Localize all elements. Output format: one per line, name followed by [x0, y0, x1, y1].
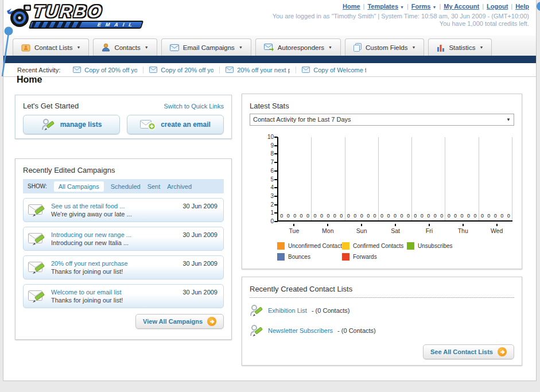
legend-swatch [342, 242, 349, 250]
chevron-down-icon: ▼ [411, 45, 415, 49]
recent-activity-item[interactable]: 20% off your next p [226, 67, 296, 73]
contact-list-item: Newsletter Subscribers - (0 Contacts) [250, 323, 514, 338]
data-value-label: 0 [300, 213, 303, 219]
chart-group: 00000 [312, 137, 345, 220]
stats-period-dropdown[interactable]: Contact Activity for the Last 7 Days ▼ [250, 114, 514, 126]
page-title: Home [17, 75, 42, 85]
recent-campaigns-panel: Recently Edited Campaigns SHOW: All Camp… [15, 158, 232, 340]
campaign-filter-bar: SHOW: All Campaigns Scheduled Sent Archi… [23, 179, 224, 193]
data-value-label: 0 [394, 213, 397, 219]
x-axis-label: Tue [277, 224, 311, 234]
y-axis-tick [274, 153, 278, 154]
x-axis-label: Fri [412, 224, 446, 234]
y-axis-tick [274, 221, 278, 222]
data-value-label: 0 [347, 213, 350, 219]
header-link-my-account[interactable]: My Account [444, 3, 479, 10]
campaign-date: 30 Jun 2009 [182, 260, 217, 267]
data-value-label: 0 [448, 213, 450, 219]
envelope-pencil-icon [28, 232, 46, 246]
see-all-contact-lists-button[interactable]: See All Contact Lists [423, 344, 514, 359]
campaign-row[interactable]: Introducing our new range ... Introducin… [23, 227, 224, 251]
recent-activity-item[interactable]: Copy of 20% off yo [73, 67, 143, 73]
campaign-row[interactable]: Welcome to our email list Thanks for joi… [23, 284, 224, 308]
data-value-label: 0 [421, 213, 424, 219]
data-value-label: 0 [467, 213, 470, 219]
campaign-subtitle: Thanks for joining our list! [51, 268, 128, 275]
chevron-down-icon: ▼ [328, 45, 332, 49]
credits-status-text: You have 1,000 total credits left. [440, 20, 529, 27]
contact-list-count: - (0 Contacts) [337, 327, 376, 334]
campaign-title[interactable]: See us at the retail food ... [51, 203, 132, 209]
envelope-icon [170, 44, 179, 51]
view-all-campaigns-button[interactable]: View All Campaigns [135, 314, 224, 329]
arrow-right-icon [207, 317, 216, 326]
y-axis-tick [274, 196, 278, 197]
legend-label: Bounces [288, 254, 310, 260]
y-axis-label: 10 [261, 134, 274, 140]
campaign-title[interactable]: Welcome to our email list [51, 289, 123, 296]
y-axis-label: 1 [261, 209, 274, 216]
manage-lists-button[interactable]: manage lists [23, 115, 120, 134]
switch-quick-links-link[interactable]: Switch to Quick Links [164, 103, 224, 110]
turbo-email-logo: TURBO EMAIL [6, 3, 142, 29]
header-link-home[interactable]: Home [343, 3, 360, 10]
filter-archived[interactable]: Archived [167, 183, 192, 190]
recent-campaigns-title: Recently Edited Campaigns [23, 166, 224, 174]
tab-custom-fields[interactable]: Custom Fields▼ [345, 38, 424, 56]
x-axis-label: Wed [480, 224, 514, 234]
data-value-label: 0 [314, 213, 317, 219]
header-link-help[interactable]: Help [515, 3, 529, 10]
tab-statistics[interactable]: Statistics▼ [428, 38, 492, 56]
person-pencil-icon [41, 118, 55, 131]
data-value-label: 0 [507, 213, 510, 219]
data-value-label: 0 [414, 213, 417, 219]
filter-all-campaigns[interactable]: All Campaigns [54, 181, 104, 192]
create-email-button[interactable]: create an email [127, 115, 224, 134]
campaign-subtitle: We're giving away our late ... [51, 211, 132, 218]
y-axis-label: 2 [261, 201, 274, 208]
campaign-row[interactable]: See us at the retail food ... We're givi… [23, 198, 224, 222]
x-axis-label: Mon [311, 224, 345, 234]
campaign-title[interactable]: 20% off your next purchase [51, 260, 128, 267]
chart-plot: 00000000000000000000000000000000000 [277, 137, 512, 222]
main-content-area: TURBO EMAIL Home|Templates▼|Forms▼|My Ac… [3, 0, 537, 381]
data-value-label: 0 [380, 213, 383, 219]
y-axis-tick [274, 204, 278, 205]
recent-activity-item[interactable]: Copy of Welcome to [302, 67, 372, 73]
header-links: Home|Templates▼|Forms▼|My Account|Logout… [343, 3, 529, 10]
contact-list-link[interactable]: Exhibition List [268, 307, 307, 314]
decorative-pin [0, 25, 17, 79]
header-link-templates[interactable]: Templates [367, 3, 398, 10]
decorative-dot [537, 2, 540, 11]
campaign-row[interactable]: 20% off your next purchase Thanks for jo… [23, 255, 224, 280]
data-value-label: 0 [440, 213, 443, 219]
chart-y-axis: 109876543210 [261, 137, 275, 222]
chart-group: 00000 [412, 137, 445, 220]
data-value-label: 0 [500, 213, 503, 219]
contact-list-link[interactable]: Newsletter Subscribers [268, 327, 333, 334]
chevron-down-icon: ▼ [479, 45, 483, 49]
filter-scheduled[interactable]: Scheduled [111, 183, 141, 190]
data-value-label: 0 [407, 213, 410, 219]
tab-contact-lists[interactable]: Contact Lists▼ [13, 38, 89, 56]
chevron-down-icon: ▼ [76, 45, 80, 49]
envelope-icon [149, 67, 157, 73]
tab-contacts[interactable]: Contacts▼ [93, 38, 157, 56]
campaign-title[interactable]: Introducing our new range ... [51, 231, 131, 238]
filter-sent[interactable]: Sent [147, 183, 161, 190]
legend-item: Bounces [277, 253, 342, 261]
tab-email-campaigns[interactable]: Email Campaigns▼ [161, 38, 251, 56]
get-started-title: Let's Get Started [23, 102, 79, 110]
recent-activity-item[interactable]: Copy of 20% off yo [149, 67, 220, 73]
data-value-label: 0 [280, 213, 283, 219]
header-link-forms[interactable]: Forms [411, 3, 431, 10]
tab-autoresponders[interactable]: Autoresponders▼ [255, 38, 341, 56]
header-link-logout[interactable]: Logout [487, 3, 508, 10]
y-axis-tick [274, 187, 278, 188]
data-value-label: 0 [320, 213, 323, 219]
legend-label: Unconfirmed Contacts [288, 243, 345, 249]
logo-stripes [31, 22, 82, 28]
turbo-email-dashboard: TURBO EMAIL Home|Templates▼|Forms▼|My Ac… [0, 0, 540, 392]
campaign-subtitle: Thanks for joining our list! [51, 297, 123, 304]
y-axis-tick [274, 212, 278, 214]
